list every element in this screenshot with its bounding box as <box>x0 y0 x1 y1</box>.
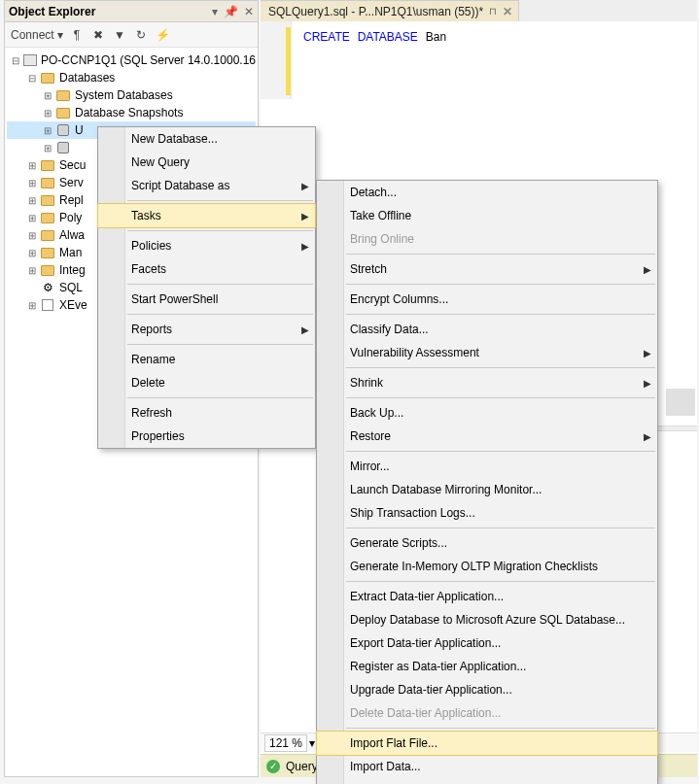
folder-icon <box>55 106 71 119</box>
tree-sysdb-node[interactable]: ⊞ System Databases <box>7 86 256 104</box>
menu-export-data[interactable]: Export Data... <box>317 778 657 784</box>
menu-script-database[interactable]: Script Database as▶ <box>98 174 315 197</box>
xevents-icon <box>40 298 55 312</box>
menu-properties[interactable]: Properties <box>98 425 315 448</box>
menu-separator <box>127 314 313 315</box>
menu-separator <box>346 451 655 452</box>
menu-facets[interactable]: Facets <box>98 257 315 281</box>
menu-separator <box>346 528 655 528</box>
menu-shrink[interactable]: Shrink▶ <box>317 371 657 394</box>
editor-tab[interactable]: SQLQuery1.sql - P...NP1Q1\usman (55))* ⊓… <box>261 0 519 21</box>
tree-item-label: XEve <box>57 298 87 312</box>
menu-mirror[interactable]: Mirror... <box>317 455 657 478</box>
refresh-icon[interactable]: ↻ <box>133 27 149 43</box>
menu-separator <box>127 200 313 201</box>
filter-icon[interactable]: ▼ <box>112 27 127 43</box>
database-context-menu: New Database... New Query Script Databas… <box>97 126 316 449</box>
menu-extract-dta[interactable]: Extract Data-tier Application... <box>317 585 657 608</box>
pin-icon[interactable]: ⊓ <box>489 6 497 17</box>
menu-reports[interactable]: Reports▶ <box>98 318 315 341</box>
editor-tab-bar: SQLQuery1.sql - P...NP1Q1\usman (55))* ⊓… <box>261 0 697 21</box>
menu-take-offline[interactable]: Take Offline <box>317 204 657 227</box>
sysdb-label: System Databases <box>73 88 173 102</box>
menu-vulnerability-assessment[interactable]: Vulnerability Assessment▶ <box>317 341 657 364</box>
panel-title: Object Explorer <box>9 5 212 18</box>
userdb-label: U <box>73 123 84 137</box>
collapse-icon[interactable]: ⊟ <box>26 73 38 84</box>
code-editor[interactable]: CREATE DATABASE Ban <box>261 21 697 99</box>
menu-separator <box>346 728 655 729</box>
expand-icon[interactable]: ⊞ <box>42 125 53 136</box>
zoom-dropdown-icon[interactable]: ▾ <box>309 736 315 750</box>
menu-ship-transaction-logs[interactable]: Ship Transaction Logs... <box>317 501 657 525</box>
tree-item-label: Serv <box>57 176 84 189</box>
close-icon[interactable]: ✕ <box>503 5 512 18</box>
menu-policies[interactable]: Policies▶ <box>98 234 315 257</box>
menu-register-dta[interactable]: Register as Data-tier Application... <box>317 655 657 678</box>
menu-stretch[interactable]: Stretch▶ <box>317 257 657 281</box>
expand-icon[interactable]: ⊞ <box>42 143 53 153</box>
expand-icon[interactable]: ⊞ <box>42 90 53 101</box>
menu-delete[interactable]: Delete <box>98 371 315 394</box>
menu-separator <box>346 254 655 255</box>
menu-deploy-azure[interactable]: Deploy Database to Microsoft Azure SQL D… <box>317 608 657 631</box>
connect-button[interactable]: Connect ▾ <box>11 28 63 42</box>
zoom-level[interactable]: 121 % <box>264 734 307 752</box>
expand-icon[interactable]: ⊞ <box>42 108 53 119</box>
tree-item-label: Integ <box>57 263 86 277</box>
menu-bring-online: Bring Online <box>317 227 657 251</box>
snapdb-label: Database Snapshots <box>73 106 183 119</box>
menu-encrypt-columns[interactable]: Encrypt Columns... <box>317 288 657 311</box>
menu-generate-oltp-checklists[interactable]: Generate In-Memory OLTP Migration Checkl… <box>317 555 657 578</box>
activity-icon[interactable]: ⚡ <box>155 27 170 43</box>
menu-upgrade-dta[interactable]: Upgrade Data-tier Application... <box>317 678 657 701</box>
menu-rename[interactable]: Rename <box>98 348 315 371</box>
menu-tasks[interactable]: Tasks▶ <box>98 204 315 227</box>
submenu-arrow-icon: ▶ <box>644 431 651 442</box>
code-line: CREATE DATABASE Ban <box>303 29 446 44</box>
submenu-arrow-icon: ▶ <box>644 348 651 358</box>
change-marker <box>286 27 291 95</box>
disconnect-icon[interactable]: ¶ <box>69 27 85 43</box>
tree-snapdb-node[interactable]: ⊞ Database Snapshots <box>7 104 256 121</box>
tree-server-node[interactable]: ⊟ PO-CCNP1Q1 (SQL Server 14.0.1000.16 <box>7 51 256 69</box>
database-icon <box>55 141 71 154</box>
menu-classify-data[interactable]: Classify Data... <box>317 318 657 341</box>
menu-separator <box>346 284 655 285</box>
pin-icon[interactable]: 📌 <box>224 5 238 18</box>
dropdown-icon[interactable]: ▾ <box>212 5 218 18</box>
menu-separator <box>346 314 655 315</box>
menu-restore[interactable]: Restore▶ <box>317 425 657 448</box>
collapse-icon[interactable]: ⊟ <box>11 55 21 66</box>
menu-launch-mirror-monitor[interactable]: Launch Database Mirroring Monitor... <box>317 478 657 501</box>
tree-databases-node[interactable]: ⊟ Databases <box>7 69 256 86</box>
menu-new-query[interactable]: New Query <box>98 151 315 174</box>
tree-item-label: Poly <box>57 211 82 224</box>
submenu-arrow-icon: ▶ <box>301 211 309 222</box>
menu-new-database[interactable]: New Database... <box>98 127 315 151</box>
menu-start-powershell[interactable]: Start PowerShell <box>98 288 315 311</box>
menu-generate-scripts[interactable]: Generate Scripts... <box>317 531 657 555</box>
sql-agent-icon: ⚙ <box>40 281 55 294</box>
menu-export-dta[interactable]: Export Data-tier Application... <box>317 631 657 655</box>
databases-label: Databases <box>57 71 115 85</box>
close-icon[interactable]: ✕ <box>244 5 254 18</box>
menu-back-up[interactable]: Back Up... <box>317 401 657 425</box>
menu-separator <box>127 284 313 285</box>
stop-icon[interactable]: ✖ <box>90 27 106 43</box>
submenu-arrow-icon: ▶ <box>644 264 651 275</box>
menu-separator <box>346 367 655 368</box>
tab-label: SQLQuery1.sql - P...NP1Q1\usman (55))* <box>268 5 483 18</box>
tree-item-label: Secu <box>57 158 86 172</box>
submenu-arrow-icon: ▶ <box>301 324 309 335</box>
scroll-region[interactable] <box>666 389 695 416</box>
database-icon <box>55 123 71 137</box>
menu-import-flat-file[interactable]: Import Flat File... <box>317 732 657 755</box>
submenu-arrow-icon: ▶ <box>301 181 309 191</box>
folder-icon <box>40 71 55 85</box>
menu-detach[interactable]: Detach... <box>317 181 657 204</box>
tree-item-label: SQL <box>57 281 83 294</box>
menu-refresh[interactable]: Refresh <box>98 401 315 425</box>
menu-import-data[interactable]: Import Data... <box>317 755 657 778</box>
folder-icon <box>55 88 71 102</box>
